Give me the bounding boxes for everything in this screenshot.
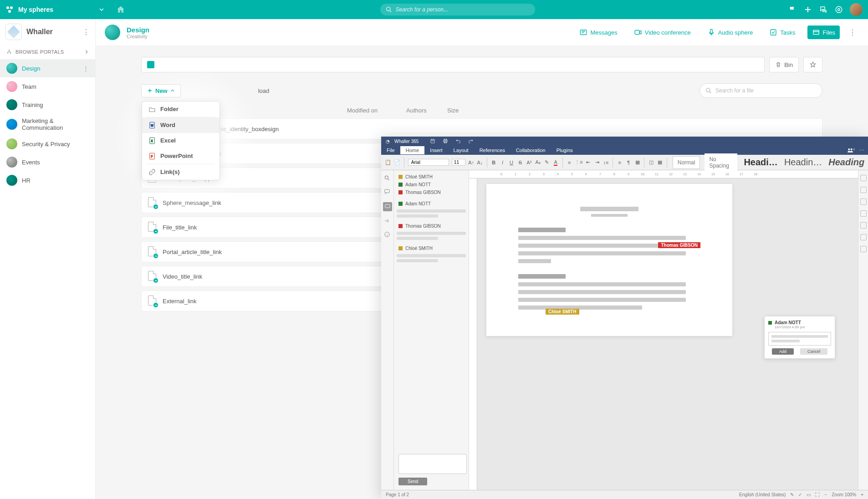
upload-button-partial[interactable]: load bbox=[258, 87, 270, 94]
menu-collaboration[interactable]: Collaboration bbox=[511, 146, 551, 154]
outdent-icon[interactable]: ⇤ bbox=[585, 159, 591, 166]
comment-cancel-button[interactable]: Cancel bbox=[800, 348, 827, 355]
sidebar-item-training[interactable]: Training bbox=[0, 96, 95, 114]
undo-icon[interactable] bbox=[455, 138, 461, 144]
underline-icon[interactable]: U bbox=[508, 159, 514, 166]
new-powerpoint-item[interactable]: P PowerPoint bbox=[142, 148, 220, 164]
font-select[interactable] bbox=[408, 159, 449, 166]
document-page[interactable]: Thomas GIBSON Chloé SMITH bbox=[486, 184, 732, 336]
sidebar-item-events[interactable]: Events bbox=[0, 153, 95, 171]
send-button[interactable]: Send bbox=[398, 478, 427, 485]
comment-thread[interactable]: Adam NOTT bbox=[397, 200, 466, 218]
share-users-icon[interactable]: 3 bbox=[847, 148, 856, 153]
highlight-icon[interactable]: ✎ bbox=[544, 159, 550, 166]
zoom-level[interactable]: Zoom 100% bbox=[832, 492, 856, 497]
home-icon[interactable] bbox=[114, 3, 127, 16]
breadcrumb-path[interactable] bbox=[141, 57, 765, 72]
style-heading-1[interactable]: Headi… bbox=[744, 157, 777, 168]
shading-icon[interactable]: ▦ bbox=[634, 159, 640, 166]
editor-settings-icon[interactable]: ⋯ bbox=[859, 148, 864, 153]
spellcheck-icon[interactable]: ✓ bbox=[798, 492, 802, 497]
style-heading-3[interactable]: Heading bbox=[828, 157, 864, 168]
nav-messages[interactable]: Messages bbox=[575, 25, 622, 39]
redo-icon[interactable] bbox=[468, 138, 474, 144]
comment-thread[interactable]: Chloé SMITH bbox=[397, 244, 466, 262]
rightrail-btn-2[interactable] bbox=[860, 187, 867, 193]
numbering-icon[interactable]: ⋮≡ bbox=[575, 159, 582, 166]
zoom-in-icon[interactable]: + bbox=[861, 492, 863, 497]
comment-thread[interactable]: Thomas GIBSON bbox=[397, 222, 466, 240]
sidebar-item-marketing-communication[interactable]: Marketing & Communication bbox=[0, 114, 95, 135]
rightrail-btn-4[interactable] bbox=[860, 210, 867, 217]
language-select[interactable]: English (United States) bbox=[739, 492, 786, 497]
sidebar-item-team[interactable]: Team bbox=[0, 77, 95, 96]
comment-add-button[interactable]: Add bbox=[772, 348, 794, 355]
chat-icon[interactable] bbox=[819, 5, 828, 14]
menu-plugins[interactable]: Plugins bbox=[551, 146, 578, 154]
editor-info-icon[interactable] bbox=[384, 231, 391, 239]
save-icon[interactable] bbox=[429, 138, 436, 144]
italic-icon[interactable]: I bbox=[500, 159, 505, 166]
font-size-select[interactable] bbox=[452, 159, 465, 166]
paragraph-icon[interactable]: ¶ bbox=[625, 159, 631, 166]
nav-audio-sphere[interactable]: Audio sphere bbox=[703, 25, 758, 39]
copy-icon[interactable]: 📋 bbox=[385, 159, 391, 166]
rightrail-btn-5[interactable] bbox=[860, 222, 867, 229]
rightrail-btn-6[interactable] bbox=[860, 234, 867, 240]
linespacing-icon[interactable]: ↕≡ bbox=[603, 159, 609, 166]
plus-icon[interactable] bbox=[803, 5, 812, 14]
rightrail-btn-1[interactable] bbox=[860, 175, 867, 181]
favorite-button[interactable] bbox=[803, 57, 822, 72]
insert-table-icon[interactable]: ▦ bbox=[657, 159, 663, 166]
decrease-font-icon[interactable]: A↓ bbox=[477, 159, 483, 166]
new-word-item[interactable]: W Word bbox=[142, 117, 220, 133]
chevron-down-icon[interactable] bbox=[99, 7, 104, 12]
new-folder-item[interactable]: Folder bbox=[142, 102, 220, 117]
editor-chat-icon[interactable] bbox=[383, 202, 392, 211]
bin-button[interactable]: Bin bbox=[769, 57, 799, 72]
paste-icon[interactable]: 📄 bbox=[394, 159, 400, 166]
col-size[interactable]: Size bbox=[447, 107, 475, 114]
track-changes-icon[interactable]: ✎ bbox=[790, 492, 794, 497]
nav-video-conference[interactable]: Video conference bbox=[629, 25, 695, 39]
editor-document-area[interactable]: 0123456789101112131415161718 Thomas GIBS… bbox=[469, 170, 858, 490]
zoom-out-icon[interactable]: − bbox=[824, 492, 827, 497]
nav-tasks[interactable]: Tasks bbox=[765, 25, 800, 39]
browse-portals[interactable]: BROWSE PORTALS bbox=[0, 45, 95, 59]
font-color-icon[interactable]: A bbox=[552, 159, 558, 166]
style-nospacing[interactable]: No Spacing bbox=[705, 153, 737, 172]
menu-references[interactable]: References bbox=[474, 146, 511, 154]
sphere-more-icon[interactable]: ⋮ bbox=[846, 28, 859, 37]
editor-comments-icon[interactable] bbox=[384, 188, 391, 196]
sidebar-item-hr[interactable]: HR bbox=[0, 171, 95, 189]
my-spheres-dropdown[interactable]: My spheres bbox=[18, 6, 53, 13]
subscript-icon[interactable]: A₂ bbox=[535, 159, 541, 166]
menu-file[interactable]: File bbox=[381, 146, 400, 154]
indent-icon[interactable]: ⇥ bbox=[594, 159, 600, 166]
new-link-item[interactable]: Link(s) bbox=[142, 164, 220, 180]
org-menu-icon[interactable]: ⋮ bbox=[82, 28, 90, 36]
menu-insert[interactable]: Insert bbox=[424, 146, 448, 154]
item-menu-icon[interactable]: ⋮ bbox=[83, 65, 89, 72]
flag-icon[interactable] bbox=[788, 5, 797, 14]
horizontal-ruler[interactable]: 0123456789101112131415161718 bbox=[469, 170, 858, 178]
vertical-ruler[interactable] bbox=[469, 178, 477, 490]
bold-icon[interactable]: B bbox=[491, 159, 497, 166]
print-icon[interactable] bbox=[442, 138, 449, 144]
col-authors[interactable]: Authors bbox=[406, 107, 447, 114]
menu-layout[interactable]: Layout bbox=[448, 146, 474, 154]
editor-feedback-icon[interactable] bbox=[384, 218, 391, 225]
help-icon[interactable] bbox=[834, 5, 843, 14]
nav-files[interactable]: Files bbox=[807, 25, 840, 39]
sidebar-item-security-privacy[interactable]: Security & Privacy bbox=[0, 135, 95, 153]
new-excel-item[interactable]: X Excel bbox=[142, 133, 220, 148]
global-search-input[interactable] bbox=[396, 6, 530, 13]
user-avatar[interactable] bbox=[850, 3, 863, 16]
style-heading-2[interactable]: Headin… bbox=[784, 157, 822, 168]
insert-shape-icon[interactable]: ◫ bbox=[648, 159, 654, 166]
global-search[interactable] bbox=[380, 4, 535, 15]
menu-home[interactable]: Home bbox=[400, 146, 424, 154]
align-left-icon[interactable]: ≡ bbox=[617, 159, 623, 166]
increase-font-icon[interactable]: A↑ bbox=[468, 159, 474, 166]
fit-width-icon[interactable]: ⛶ bbox=[815, 492, 820, 497]
